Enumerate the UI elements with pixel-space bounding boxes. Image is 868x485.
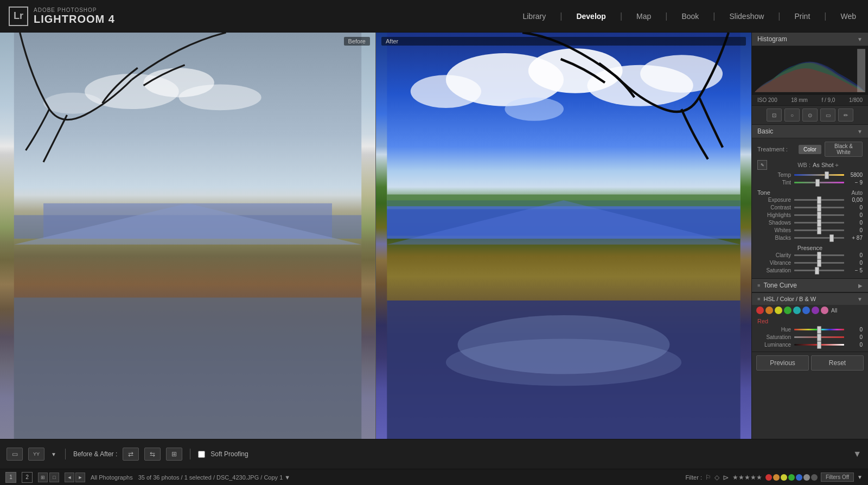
- grey-flag[interactable]: [803, 474, 810, 481]
- exposure-track[interactable]: [794, 199, 844, 201]
- hue-thumb[interactable]: [817, 326, 821, 334]
- svg-point-2: [144, 68, 214, 97]
- star-filter[interactable]: ★★★★★: [732, 474, 762, 481]
- lum-track[interactable]: [794, 344, 844, 346]
- highlights-track[interactable]: [794, 214, 844, 216]
- histogram-header[interactable]: Histogram ▼: [752, 33, 868, 46]
- blue-dot[interactable]: [802, 307, 810, 314]
- swap-before-after-btn[interactable]: ⇄: [123, 448, 139, 461]
- highlights-thumb[interactable]: [817, 212, 821, 219]
- tone-label: Tone: [757, 189, 770, 196]
- exif-shutter: 1/800: [849, 97, 863, 103]
- tint-track[interactable]: [794, 182, 844, 183]
- clarity-track[interactable]: [794, 254, 844, 256]
- blacks-track[interactable]: [794, 237, 844, 239]
- saturation-thumb[interactable]: [815, 267, 819, 275]
- filters-off-dropdown[interactable]: Filters Off: [821, 473, 854, 482]
- nav-develop[interactable]: Develop: [573, 10, 609, 23]
- crop-tool[interactable]: ⊡: [767, 109, 782, 122]
- tone-curve-header[interactable]: ■ Tone Curve ▶: [752, 279, 868, 292]
- nav-library[interactable]: Library: [519, 10, 549, 23]
- orange-dot[interactable]: [765, 307, 773, 314]
- before-after-view-btn[interactable]: YY: [28, 448, 44, 461]
- all-tab[interactable]: All: [831, 308, 837, 314]
- auto-btn[interactable]: Auto: [851, 190, 863, 196]
- svg-point-1: [85, 74, 179, 109]
- toolbar-sep-2: [190, 449, 190, 460]
- blacks-thumb[interactable]: [829, 234, 834, 242]
- redeye-tool[interactable]: ⊙: [802, 109, 818, 122]
- reset-button[interactable]: Reset: [811, 355, 864, 371]
- contrast-thumb[interactable]: [817, 204, 821, 212]
- prev-arrow[interactable]: ◄: [65, 473, 74, 482]
- saturation-track[interactable]: [794, 270, 844, 271]
- lum-thumb[interactable]: [817, 341, 821, 349]
- vibrance-track[interactable]: [794, 262, 844, 264]
- single-view-btn[interactable]: ▭: [7, 448, 23, 461]
- soft-proofing-checkbox[interactable]: [198, 451, 205, 458]
- exposure-thumb[interactable]: [817, 196, 821, 204]
- purple-dot[interactable]: [812, 307, 819, 314]
- page-2-btn[interactable]: 2: [22, 472, 33, 483]
- basic-header[interactable]: Basic ▼: [752, 125, 868, 138]
- filter-area: Filter : ⚐ ◇ ⊳ ★★★★★ Filters Off ▼: [685, 473, 863, 482]
- panel-collapse-icon[interactable]: ▼: [853, 449, 861, 459]
- eyedropper-tool[interactable]: ✎: [757, 160, 767, 170]
- green-dot[interactable]: [784, 307, 792, 314]
- view-mode-btn[interactable]: ⊞: [166, 448, 182, 461]
- filters-dropdown-arrow[interactable]: ▼: [857, 474, 863, 480]
- white-flag[interactable]: [811, 474, 818, 481]
- image-area: Before: [0, 33, 751, 439]
- tint-thumb[interactable]: [815, 179, 820, 187]
- filter-sort-icon[interactable]: ⊳: [723, 473, 729, 482]
- nav-print[interactable]: Print: [792, 10, 814, 23]
- yellow-flag[interactable]: [781, 474, 787, 481]
- shadows-thumb[interactable]: [817, 219, 821, 227]
- temp-track[interactable]: [794, 174, 844, 176]
- previous-button[interactable]: Previous: [756, 355, 809, 371]
- pink-dot[interactable]: [821, 307, 828, 314]
- whites-track[interactable]: [794, 229, 844, 231]
- hsl-header[interactable]: ■ HSL / Color / B & W ▼: [752, 293, 868, 305]
- next-arrow[interactable]: ►: [75, 473, 85, 482]
- nav-map[interactable]: Map: [633, 10, 654, 23]
- contrast-label: Contrast: [757, 205, 794, 210]
- adjustment-brush-tool[interactable]: ✏: [838, 109, 853, 122]
- temp-thumb[interactable]: [825, 171, 829, 179]
- contrast-track[interactable]: [794, 207, 844, 208]
- soft-proofing-label[interactable]: Soft Proofing: [210, 450, 248, 458]
- filter-flag-icon[interactable]: ⚐: [705, 474, 711, 481]
- view-dropdown-arrow[interactable]: ▼: [50, 450, 58, 458]
- nav-book[interactable]: Book: [678, 10, 702, 23]
- hsl-sat-thumb[interactable]: [817, 334, 821, 341]
- loupe-view-icon[interactable]: □: [49, 473, 59, 482]
- histogram-title: Histogram: [757, 35, 787, 43]
- page-1-btn[interactable]: 1: [5, 472, 16, 483]
- vibrance-thumb[interactable]: [817, 259, 821, 267]
- color-btn[interactable]: Color: [799, 145, 821, 154]
- saturation-row: Saturation − 5: [757, 267, 863, 273]
- red-dot[interactable]: [756, 307, 764, 314]
- whites-thumb[interactable]: [817, 227, 821, 234]
- copy-settings-btn[interactable]: ⇆: [144, 448, 161, 461]
- filter-diamond-icon[interactable]: ◇: [714, 474, 719, 481]
- hue-track[interactable]: [794, 329, 844, 330]
- shadows-row: Shadows 0: [757, 220, 863, 226]
- blue-flag[interactable]: [796, 474, 802, 481]
- shadows-track[interactable]: [794, 222, 844, 224]
- green-flag[interactable]: [788, 474, 795, 481]
- yellow-dot[interactable]: [775, 307, 782, 314]
- red-flag[interactable]: [765, 474, 772, 481]
- nav-web[interactable]: Web: [837, 10, 859, 23]
- hsl-sat-track[interactable]: [794, 336, 844, 338]
- lr-icon: Lr: [9, 7, 28, 26]
- teal-dot[interactable]: [793, 307, 801, 314]
- spot-removal-tool[interactable]: ○: [784, 109, 800, 122]
- clarity-thumb[interactable]: [817, 252, 821, 259]
- nav-slideshow[interactable]: Slideshow: [726, 10, 768, 23]
- logo-area: Lr ADOBE PHOTOSHOP LIGHTROOM 4: [9, 7, 115, 26]
- graduated-filter-tool[interactable]: ▭: [820, 109, 835, 122]
- grid-view-icon[interactable]: ⊞: [38, 473, 48, 482]
- bw-btn[interactable]: Black & White: [825, 142, 863, 157]
- orange-flag[interactable]: [773, 474, 780, 481]
